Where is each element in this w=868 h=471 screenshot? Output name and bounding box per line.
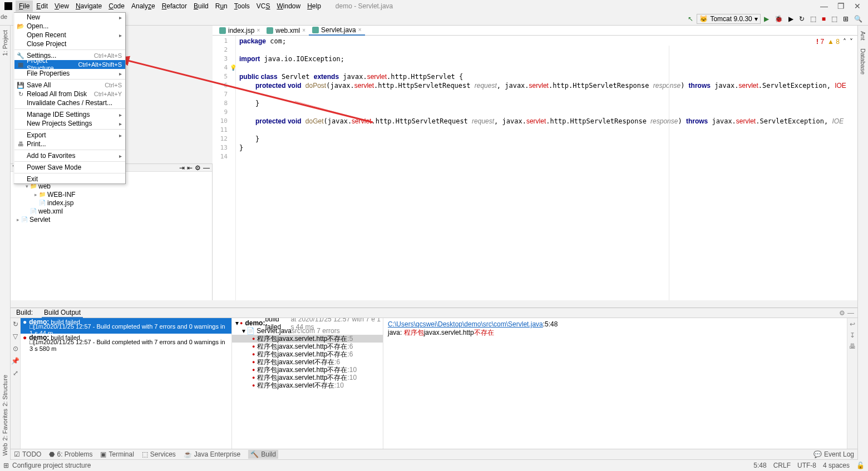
menu-item[interactable]: New▸ — [14, 13, 125, 22]
menu-build[interactable]: Build — [190, 1, 212, 12]
hide-icon[interactable]: — — [203, 164, 210, 172]
print-icon[interactable]: 🖶 — [849, 343, 856, 350]
editor-tab[interactable]: Servlet.java× — [309, 26, 365, 36]
chevron-down-icon[interactable]: ˅ — [850, 38, 853, 46]
structure-icon[interactable]: ⊞ — [841, 14, 851, 24]
window-title: demo - Servlet.java — [336, 2, 393, 10]
menu-item[interactable]: ↻Reload All from DiskCtrl+Alt+Y — [14, 90, 125, 98]
editor-tab[interactable]: web.xml× — [263, 26, 309, 36]
expand-icon[interactable]: ⇥ — [179, 164, 185, 172]
menu-navigate[interactable]: Navigate — [72, 1, 105, 12]
profile-icon[interactable]: ↻ — [797, 14, 807, 24]
scroll-icon[interactable]: ↧ — [850, 331, 855, 339]
indent-setting[interactable]: 4 spaces — [823, 462, 850, 469]
file-encoding[interactable]: UTF-8 — [797, 462, 816, 469]
gear-icon[interactable]: ⚙ — [839, 309, 845, 317]
tool-web[interactable]: Web — [2, 443, 8, 455]
attach-icon[interactable]: ⬚ — [808, 14, 818, 24]
tool-services[interactable]: ⬚ Services — [142, 450, 176, 458]
close-tab-icon[interactable]: × — [302, 27, 305, 33]
menu-item[interactable]: Power Save Mode — [14, 163, 125, 172]
tree-row[interactable]: ▸📁WEB-INF — [11, 190, 212, 199]
menu-tools[interactable]: Tools — [231, 1, 253, 12]
collapse-icon[interactable]: ⇤ — [187, 164, 193, 172]
tool-todo[interactable]: ☑ TODO — [14, 450, 41, 458]
tool-ant[interactable]: Ant — [860, 31, 866, 41]
run-icon[interactable]: ▶ — [762, 14, 771, 24]
menu-vcs[interactable]: VCS — [253, 1, 274, 12]
app-logo-icon — [4, 2, 12, 10]
tree-row[interactable]: 📄web.xml — [11, 207, 212, 215]
menu-item[interactable]: 📂Open... — [14, 22, 125, 31]
menu-help[interactable]: Help — [304, 1, 324, 12]
menu-refactor[interactable]: Refactor — [159, 1, 190, 12]
pin-icon[interactable]: 📌 — [11, 357, 19, 365]
build-tab-output[interactable]: Build Output — [42, 308, 83, 318]
menu-run[interactable]: Run — [212, 1, 231, 12]
tool-build[interactable]: 🔨 Build — [248, 450, 278, 459]
menu-item[interactable]: Export▸ — [14, 131, 125, 140]
menu-window[interactable]: Window — [273, 1, 304, 12]
gear-icon[interactable]: ⚙ — [195, 164, 201, 172]
code-area[interactable]: package com; import java.io.IOException;… — [236, 36, 857, 300]
build-error-tree[interactable]: ▾●demo: build failed at 2020/11/25 12:57… — [232, 318, 383, 449]
menu-item[interactable]: Exit — [14, 175, 125, 184]
search-icon[interactable]: 🔍 — [852, 14, 865, 24]
menu-view[interactable]: View — [51, 1, 72, 12]
target-icon[interactable]: ⊙ — [13, 345, 18, 353]
update-icon[interactable]: ⬚ — [829, 14, 840, 24]
menu-item[interactable]: 💾Save AllCtrl+S — [14, 81, 125, 90]
menu-file[interactable]: File — [16, 1, 33, 12]
tool-database[interactable]: Database — [860, 48, 866, 75]
menu-item[interactable]: ▦Project Structure...Ctrl+Alt+Shift+S — [14, 60, 125, 69]
tree-row[interactable]: ▸📄Servlet — [11, 215, 212, 224]
menu-item[interactable]: 🖶Print... — [14, 140, 125, 148]
run-config-selector[interactable]: 🐱 Tomcat 9.0.30 ▾ — [697, 14, 760, 24]
expand-icon[interactable]: ⤢ — [13, 369, 18, 377]
menu-item[interactable]: File Properties▸ — [14, 69, 125, 78]
hammer-icon[interactable]: ↖ — [685, 14, 696, 24]
filter-icon[interactable]: ▽ — [13, 333, 18, 340]
tool-structure[interactable]: 2: Structure — [2, 375, 8, 406]
close-tab-icon[interactable]: × — [257, 27, 260, 33]
lock-icon[interactable]: 🔓 — [856, 462, 865, 469]
line-separator[interactable]: CRLF — [773, 462, 791, 469]
tool-problems[interactable]: ⬣ 6: Problems — [49, 450, 92, 458]
build-header: Build: Build Output ⚙ — — [11, 308, 857, 318]
rerun-icon[interactable]: ↻ — [13, 320, 18, 328]
tool-favorites[interactable]: 2: Favorites — [2, 409, 8, 440]
tool-project[interactable]: 1: Project — [2, 30, 8, 56]
error-file-link[interactable]: C:\Users\qcswei\Desktop\demo\src\com\Ser… — [388, 320, 543, 328]
menu-code[interactable]: Code — [105, 1, 128, 12]
close-tab-icon[interactable]: × — [358, 27, 362, 33]
menu-item[interactable]: Add to Favorites▸ — [14, 151, 125, 160]
error-row[interactable]: ●程序包javax.servlet不存在 :10 — [232, 381, 383, 389]
cursor-position[interactable]: 5:48 — [753, 462, 766, 469]
close-icon[interactable]: ✕ — [849, 2, 866, 11]
menu-analyze[interactable]: Analyze — [128, 1, 159, 12]
chevron-up-icon[interactable]: ˄ — [843, 38, 846, 46]
editor-tab[interactable]: index.jsp× — [216, 26, 263, 36]
status-message: Configure project structure — [12, 462, 91, 469]
editor-inspection-widget[interactable]: ! 7 ▲ 8 ˄ ˅ — [816, 38, 853, 46]
menu-item[interactable]: Open Recent▸ — [14, 31, 125, 39]
tool-java-ee[interactable]: ☕ Java Enterprise — [184, 450, 240, 458]
maximize-icon[interactable]: ❐ — [832, 2, 849, 11]
coverage-icon[interactable]: ▶ — [786, 14, 796, 24]
tool-terminal[interactable]: ▣ Terminal — [100, 450, 134, 458]
menu-item[interactable]: Manage IDE Settings▸ — [14, 110, 125, 119]
build-tab-build[interactable]: Build: — [14, 308, 35, 318]
menu-item[interactable]: Invalidate Caches / Restart... — [14, 98, 125, 107]
build-history[interactable]: ●demo: build failed□[1m2020/11/25 12:57 … — [21, 318, 232, 449]
status-widget-icon[interactable]: ⊞ — [3, 462, 9, 469]
menu-item[interactable]: New Projects Settings▸ — [14, 119, 125, 128]
hide-icon[interactable]: — — [847, 309, 854, 317]
debug-icon[interactable]: 🐞 — [772, 14, 785, 24]
stop-icon[interactable]: ■ — [820, 14, 828, 24]
menu-item[interactable]: Close Project — [14, 39, 125, 48]
minimize-icon[interactable]: — — [816, 2, 832, 11]
wrap-icon[interactable]: ↩ — [850, 320, 855, 328]
tree-row[interactable]: 📄index.jsp — [11, 199, 212, 207]
event-log-button[interactable]: 💬 Event Log — [813, 450, 854, 458]
menu-edit[interactable]: Edit — [33, 1, 51, 12]
